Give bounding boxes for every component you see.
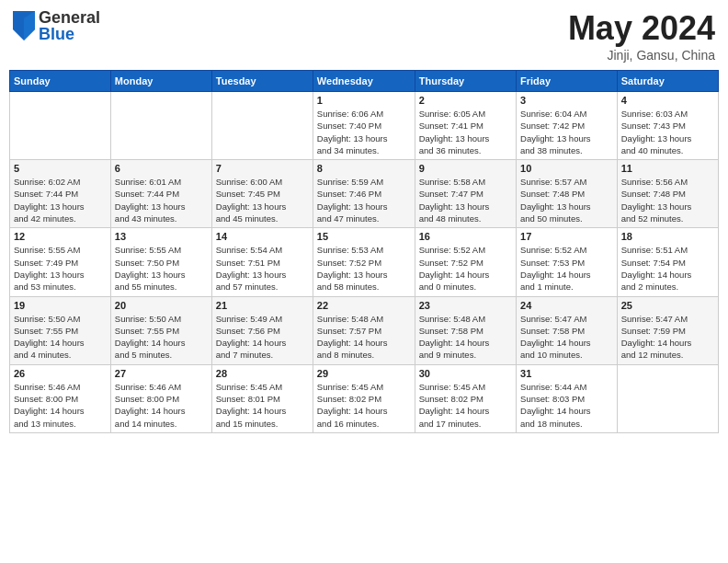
day-number: 26 xyxy=(14,368,107,379)
day-info: Sunrise: 5:56 AM Sunset: 7:48 PM Dayligh… xyxy=(621,176,714,224)
weekday-header: Saturday xyxy=(617,71,718,92)
day-info: Sunrise: 5:55 AM Sunset: 7:50 PM Dayligh… xyxy=(115,244,208,293)
day-number: 11 xyxy=(621,163,714,174)
day-number: 3 xyxy=(520,95,613,106)
calendar-day-cell: 15Sunrise: 5:53 AM Sunset: 7:52 PM Dayli… xyxy=(313,228,415,296)
day-info: Sunrise: 5:47 AM Sunset: 7:59 PM Dayligh… xyxy=(621,313,714,362)
calendar-day-cell xyxy=(617,364,718,432)
calendar-day-cell: 18Sunrise: 5:51 AM Sunset: 7:54 PM Dayli… xyxy=(617,228,718,296)
calendar-day-cell: 7Sunrise: 6:00 AM Sunset: 7:45 PM Daylig… xyxy=(211,160,313,228)
calendar-day-cell: 31Sunrise: 5:44 AM Sunset: 8:03 PM Dayli… xyxy=(517,364,618,432)
day-number: 14 xyxy=(216,231,309,242)
calendar-day-cell: 2Sunrise: 6:05 AM Sunset: 7:41 PM Daylig… xyxy=(415,92,516,160)
day-info: Sunrise: 5:49 AM Sunset: 7:56 PM Dayligh… xyxy=(216,313,309,362)
calendar-day-cell: 11Sunrise: 5:56 AM Sunset: 7:48 PM Dayli… xyxy=(617,160,718,228)
calendar-day-cell: 30Sunrise: 5:45 AM Sunset: 8:02 PM Dayli… xyxy=(415,364,516,432)
day-number: 7 xyxy=(216,163,309,174)
day-info: Sunrise: 6:05 AM Sunset: 7:41 PM Dayligh… xyxy=(419,108,512,156)
day-info: Sunrise: 5:46 AM Sunset: 8:00 PM Dayligh… xyxy=(115,381,208,430)
day-number: 27 xyxy=(115,368,208,379)
calendar-week-row: 12Sunrise: 5:55 AM Sunset: 7:49 PM Dayli… xyxy=(10,228,719,296)
calendar-day-cell: 14Sunrise: 5:54 AM Sunset: 7:51 PM Dayli… xyxy=(211,228,313,296)
weekday-header: Wednesday xyxy=(313,71,415,92)
day-number: 22 xyxy=(317,300,411,311)
logo-icon xyxy=(13,11,35,40)
calendar-day-cell: 19Sunrise: 5:50 AM Sunset: 7:55 PM Dayli… xyxy=(10,296,111,364)
calendar-day-cell: 25Sunrise: 5:47 AM Sunset: 7:59 PM Dayli… xyxy=(617,296,718,364)
calendar-day-cell: 20Sunrise: 5:50 AM Sunset: 7:55 PM Dayli… xyxy=(110,296,211,364)
calendar-day-cell: 3Sunrise: 6:04 AM Sunset: 7:42 PM Daylig… xyxy=(517,92,618,160)
title-block: May 2024 Jinji, Gansu, China xyxy=(568,9,715,63)
calendar-day-cell: 29Sunrise: 5:45 AM Sunset: 8:02 PM Dayli… xyxy=(313,364,415,432)
calendar-day-cell: 17Sunrise: 5:52 AM Sunset: 7:53 PM Dayli… xyxy=(517,228,618,296)
day-info: Sunrise: 5:50 AM Sunset: 7:55 PM Dayligh… xyxy=(115,313,208,362)
day-number: 2 xyxy=(419,95,512,106)
day-number: 15 xyxy=(317,231,411,242)
day-info: Sunrise: 5:53 AM Sunset: 7:52 PM Dayligh… xyxy=(317,244,411,293)
day-info: Sunrise: 5:45 AM Sunset: 8:02 PM Dayligh… xyxy=(419,381,512,430)
month-title: May 2024 xyxy=(568,9,715,48)
calendar-week-row: 1Sunrise: 6:06 AM Sunset: 7:40 PM Daylig… xyxy=(10,92,719,160)
calendar-day-cell: 28Sunrise: 5:45 AM Sunset: 8:01 PM Dayli… xyxy=(211,364,313,432)
day-number: 20 xyxy=(115,300,208,311)
day-number: 13 xyxy=(115,231,208,242)
calendar-day-cell: 16Sunrise: 5:52 AM Sunset: 7:52 PM Dayli… xyxy=(415,228,516,296)
calendar-week-row: 19Sunrise: 5:50 AM Sunset: 7:55 PM Dayli… xyxy=(10,296,719,364)
day-info: Sunrise: 5:52 AM Sunset: 7:52 PM Dayligh… xyxy=(419,244,512,293)
calendar-day-cell: 26Sunrise: 5:46 AM Sunset: 8:00 PM Dayli… xyxy=(10,364,111,432)
weekday-header: Monday xyxy=(110,71,211,92)
calendar-day-cell: 27Sunrise: 5:46 AM Sunset: 8:00 PM Dayli… xyxy=(110,364,211,432)
day-info: Sunrise: 6:03 AM Sunset: 7:43 PM Dayligh… xyxy=(621,108,714,156)
calendar-day-cell: 4Sunrise: 6:03 AM Sunset: 7:43 PM Daylig… xyxy=(617,92,718,160)
day-info: Sunrise: 5:48 AM Sunset: 7:58 PM Dayligh… xyxy=(419,313,512,362)
day-number: 5 xyxy=(14,163,107,174)
day-number: 16 xyxy=(419,231,512,242)
calendar-day-cell: 5Sunrise: 6:02 AM Sunset: 7:44 PM Daylig… xyxy=(10,160,111,228)
day-info: Sunrise: 6:06 AM Sunset: 7:40 PM Dayligh… xyxy=(317,108,411,156)
logo-general: General xyxy=(39,9,100,26)
calendar-table: SundayMondayTuesdayWednesdayThursdayFrid… xyxy=(9,70,719,433)
calendar-day-cell xyxy=(110,92,211,160)
weekday-header: Tuesday xyxy=(211,71,313,92)
page-header: General Blue May 2024 Jinji, Gansu, Chin… xyxy=(9,9,719,63)
calendar-day-cell: 6Sunrise: 6:01 AM Sunset: 7:44 PM Daylig… xyxy=(110,160,211,228)
day-info: Sunrise: 5:46 AM Sunset: 8:00 PM Dayligh… xyxy=(14,381,107,430)
day-info: Sunrise: 5:45 AM Sunset: 8:02 PM Dayligh… xyxy=(317,381,411,430)
day-info: Sunrise: 5:48 AM Sunset: 7:57 PM Dayligh… xyxy=(317,313,411,362)
day-number: 17 xyxy=(520,231,613,242)
day-number: 24 xyxy=(520,300,613,311)
day-number: 10 xyxy=(520,163,613,174)
day-info: Sunrise: 5:55 AM Sunset: 7:49 PM Dayligh… xyxy=(14,244,107,293)
calendar-day-cell xyxy=(10,92,111,160)
day-number: 29 xyxy=(317,368,411,379)
day-info: Sunrise: 6:04 AM Sunset: 7:42 PM Dayligh… xyxy=(520,108,613,156)
logo: General Blue xyxy=(13,9,100,42)
day-number: 23 xyxy=(419,300,512,311)
calendar-week-row: 26Sunrise: 5:46 AM Sunset: 8:00 PM Dayli… xyxy=(10,364,719,432)
day-info: Sunrise: 6:01 AM Sunset: 7:44 PM Dayligh… xyxy=(115,176,208,224)
day-number: 28 xyxy=(216,368,309,379)
calendar-day-cell: 23Sunrise: 5:48 AM Sunset: 7:58 PM Dayli… xyxy=(415,296,516,364)
day-info: Sunrise: 5:58 AM Sunset: 7:47 PM Dayligh… xyxy=(419,176,512,224)
day-number: 6 xyxy=(115,163,208,174)
calendar-day-cell: 21Sunrise: 5:49 AM Sunset: 7:56 PM Dayli… xyxy=(211,296,313,364)
day-info: Sunrise: 5:45 AM Sunset: 8:01 PM Dayligh… xyxy=(216,381,309,430)
calendar-day-cell xyxy=(211,92,313,160)
day-number: 8 xyxy=(317,163,411,174)
day-info: Sunrise: 5:54 AM Sunset: 7:51 PM Dayligh… xyxy=(216,244,309,293)
day-info: Sunrise: 5:52 AM Sunset: 7:53 PM Dayligh… xyxy=(520,244,613,293)
day-info: Sunrise: 5:51 AM Sunset: 7:54 PM Dayligh… xyxy=(621,244,714,293)
day-info: Sunrise: 5:59 AM Sunset: 7:46 PM Dayligh… xyxy=(317,176,411,224)
weekday-header: Friday xyxy=(517,71,618,92)
calendar-day-cell: 13Sunrise: 5:55 AM Sunset: 7:50 PM Dayli… xyxy=(110,228,211,296)
day-number: 30 xyxy=(419,368,512,379)
day-number: 19 xyxy=(14,300,107,311)
day-number: 21 xyxy=(216,300,309,311)
day-number: 31 xyxy=(520,368,613,379)
calendar-week-row: 5Sunrise: 6:02 AM Sunset: 7:44 PM Daylig… xyxy=(10,160,719,228)
day-info: Sunrise: 5:47 AM Sunset: 7:58 PM Dayligh… xyxy=(520,313,613,362)
calendar-day-cell: 10Sunrise: 5:57 AM Sunset: 7:48 PM Dayli… xyxy=(517,160,618,228)
day-number: 9 xyxy=(419,163,512,174)
day-info: Sunrise: 5:44 AM Sunset: 8:03 PM Dayligh… xyxy=(520,381,613,430)
logo-blue: Blue xyxy=(39,26,100,42)
